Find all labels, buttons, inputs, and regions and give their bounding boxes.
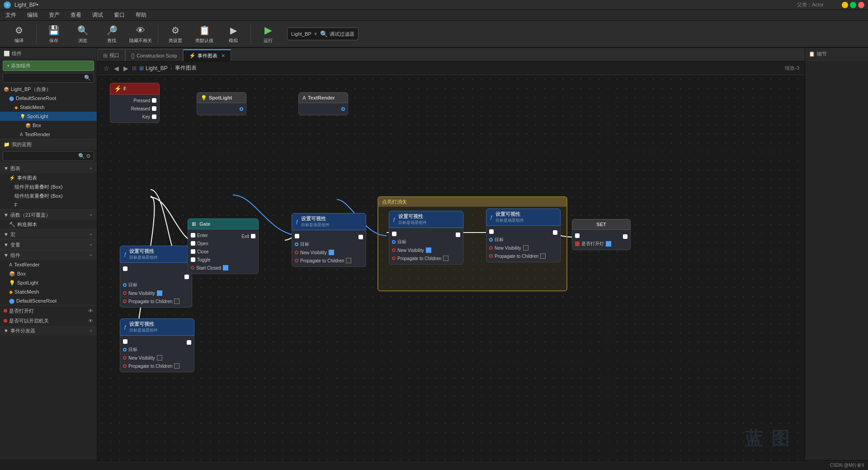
component-defaultsceneroot[interactable]: ⬤ DefaultSceneRoot: [0, 94, 97, 103]
cv-textrender[interactable]: A TextRender: [0, 260, 97, 269]
blueprint-canvas[interactable]: ⚡ F Pressed Released Key: [97, 75, 805, 460]
cv-box[interactable]: 📦 Box: [0, 269, 97, 278]
maximize-btn[interactable]: [850, 2, 856, 8]
forward-btn[interactable]: ▶: [123, 65, 129, 72]
save-button[interactable]: 💾 保存: [40, 22, 67, 46]
tree-event-graph[interactable]: ⚡ 事件图表: [0, 173, 97, 182]
ed-add-icon[interactable]: ＋: [89, 328, 93, 334]
menu-debug[interactable]: 调试: [90, 11, 105, 19]
func-add-icon[interactable]: ＋: [89, 212, 93, 218]
tab-close-icon[interactable]: ✕: [221, 53, 225, 59]
macro-header[interactable]: ▼ 宏 ＋: [0, 229, 97, 239]
sv2-prop-checkbox[interactable]: [346, 258, 351, 263]
cv-spotlight[interactable]: 💡 SpotLight: [0, 278, 97, 287]
bp-search-bar[interactable]: 🔍 ⚙: [3, 151, 94, 161]
tree-overlap-start[interactable]: 组件开始重叠时 (Box): [0, 182, 97, 191]
tab-viewport[interactable]: ⊞ 视口: [97, 49, 125, 61]
graph-add-icon[interactable]: ＋: [89, 165, 93, 171]
sv2-nv-checkbox[interactable]: [329, 250, 334, 255]
node-setvis-5[interactable]: ƒ 设置可视性 目标是场景组件 目: [120, 318, 194, 372]
node-f-event[interactable]: ⚡ F Pressed Released Key: [110, 83, 160, 123]
component-search-input[interactable]: [6, 75, 84, 81]
component-staticmesh[interactable]: ◆ StaticMesh: [0, 103, 97, 112]
minimize-btn[interactable]: [842, 2, 848, 8]
var-is-lamp-on[interactable]: 是否打开灯 👁: [0, 306, 97, 316]
node-gate[interactable]: ⊞ Gate Enter Open: [188, 218, 259, 274]
browse-button[interactable]: 🔍 浏览: [69, 22, 96, 46]
sv5-nv-checkbox[interactable]: [157, 355, 162, 361]
component-textrender[interactable]: A TextRender: [0, 130, 97, 139]
compile-button[interactable]: ⚙ 编译: [5, 22, 33, 46]
activate-visibility-icon[interactable]: 👁: [88, 318, 93, 323]
tree-overlap-end[interactable]: 组件结束重叠时 (Box): [0, 191, 97, 200]
gate-toggle-label: Toggle: [197, 257, 210, 262]
bp-search-input[interactable]: [6, 153, 78, 159]
variables-header[interactable]: ▼ 变量 ＋: [0, 240, 97, 250]
sv5-execout-dot: [187, 340, 191, 345]
functions-header[interactable]: ▼ 函数（21可覆盖） ＋: [0, 210, 97, 220]
menu-asset[interactable]: 资产: [47, 11, 61, 19]
components-header[interactable]: ⬜ 组件: [0, 48, 97, 59]
simulate-button[interactable]: ▶ 模拟: [220, 22, 247, 46]
debug-filter[interactable]: Light_BP ▼ 🔍 调试过滤器: [287, 28, 359, 40]
spotlight-out-pin: [197, 105, 246, 113]
lamp-visibility-icon[interactable]: 👁: [88, 308, 93, 313]
my-blueprints-header[interactable]: 📁 我的蓝图: [0, 139, 97, 149]
menu-help[interactable]: 帮助: [134, 11, 148, 19]
setvis4-func-icon: ƒ: [490, 214, 493, 220]
set-lamp-checkbox[interactable]: [606, 241, 611, 247]
event-dispatcher-header[interactable]: ▼ 事件分发器 ＋: [0, 326, 97, 336]
cv-add-icon[interactable]: ＋: [89, 252, 93, 258]
sv4-target-label: 目标: [495, 237, 504, 243]
cv-defaultsceneroot[interactable]: ⬤ DefaultSceneRoot: [0, 296, 97, 305]
bookmark-icon[interactable]: ☆: [103, 65, 110, 72]
defaults-button[interactable]: 📋 类默认值: [191, 22, 218, 46]
menu-edit[interactable]: 编辑: [25, 11, 40, 19]
component-search-bar[interactable]: 🔍: [3, 73, 94, 83]
var-add-icon[interactable]: ＋: [89, 242, 93, 248]
sv1-prop-checkbox[interactable]: [174, 299, 179, 304]
node-set[interactable]: SET 是否打开灯: [572, 219, 631, 250]
menu-window[interactable]: 窗口: [112, 11, 127, 19]
cv-staticmesh[interactable]: ◆ StaticMesh: [0, 287, 97, 296]
menu-file[interactable]: 文件: [4, 11, 18, 19]
settings-button[interactable]: ⚙ 类设置: [162, 22, 189, 46]
node-spotlight-ref[interactable]: 💡 SpotLight: [197, 92, 246, 115]
hide-button[interactable]: 👁 隐藏不相关: [127, 22, 154, 46]
back-btn[interactable]: ◀: [113, 65, 120, 72]
set-execout-dot: [623, 234, 627, 239]
browse-label: 浏览: [78, 38, 87, 44]
component-spotlight[interactable]: 💡 SpotLight: [0, 112, 97, 121]
sv4-prop-checkbox[interactable]: [540, 253, 546, 259]
node-textrender-ref[interactable]: A TextRender: [298, 92, 348, 115]
node-setvis-4[interactable]: ƒ 设置可视性 目标是场景组件 目: [486, 209, 561, 262]
tab-event-graph[interactable]: ⚡ 事件图表 ✕: [183, 49, 231, 61]
gate-sc-checkbox[interactable]: [223, 265, 228, 271]
var-can-activate[interactable]: 是否可以开启机关 👁: [0, 316, 97, 326]
macro-add-icon[interactable]: ＋: [89, 231, 93, 237]
watermark: 蓝 图: [745, 426, 791, 451]
sv3-prop-checkbox[interactable]: [443, 256, 448, 261]
node-setvis-3[interactable]: ƒ 设置可视性 目标是场景组件 目: [389, 211, 463, 265]
graph-header[interactable]: ▼ 图表 ＋: [0, 163, 97, 173]
sv4-nv-checkbox[interactable]: [523, 245, 528, 251]
breadcrumb-blueprint[interactable]: ⊞ Light_BP: [139, 65, 168, 71]
find-button[interactable]: 🔎 查找: [98, 22, 125, 46]
tree-f-event[interactable]: F: [0, 200, 97, 209]
node-setvis-1[interactable]: ƒ 设置可视性 目标是场景组件 目标: [120, 246, 192, 308]
sv1-nv-label: New Visibility: [128, 291, 155, 296]
add-component-button[interactable]: + 添加组件: [3, 61, 94, 71]
tree-construct-script[interactable]: 🔨 构造脚本: [0, 220, 97, 229]
close-btn[interactable]: [858, 2, 864, 8]
sv5-prop-checkbox[interactable]: [174, 363, 179, 369]
tab-construction[interactable]: {} Construction Scrip: [125, 49, 183, 61]
component-light-bp[interactable]: 📦 Light_BP（自身）: [0, 85, 97, 94]
component-box[interactable]: 📦 Box: [0, 121, 97, 130]
tab-bar: ⊞ 视口 {} Construction Scrip ⚡ 事件图表 ✕: [97, 48, 805, 62]
sv3-nv-checkbox[interactable]: [426, 247, 431, 253]
node-setvis-2[interactable]: ƒ 设置可视性 目标是场景组件 目: [292, 213, 366, 267]
menu-view[interactable]: 查看: [69, 11, 83, 19]
run-button[interactable]: ▶ 运行: [255, 22, 282, 46]
comp-var-header[interactable]: ▼ 组件 ＋: [0, 250, 97, 260]
sv1-nv-checkbox[interactable]: [157, 290, 162, 296]
